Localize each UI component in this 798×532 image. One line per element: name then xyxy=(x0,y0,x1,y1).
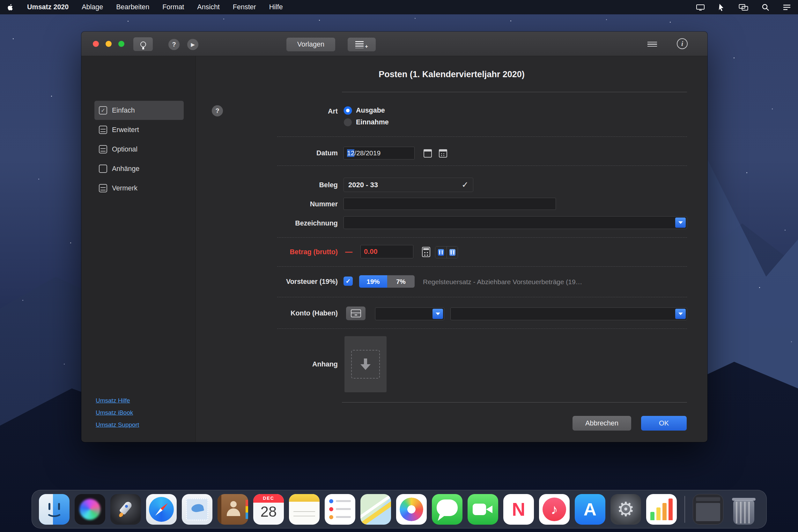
dock-photos-icon[interactable] xyxy=(396,494,427,525)
help-button[interactable]: ? xyxy=(168,39,179,50)
dropdown-button[interactable] xyxy=(433,309,443,319)
menu-item-ablage[interactable]: Ablage xyxy=(82,3,103,11)
account-number-combobox[interactable] xyxy=(375,307,444,320)
menu-item-bearbeiten[interactable]: Bearbeiten xyxy=(116,3,149,11)
attachment-dropzone[interactable] xyxy=(344,336,386,392)
konto-label: Konto (Haben) xyxy=(196,309,338,317)
sidebar-item-vermerk[interactable]: Vermerk xyxy=(94,178,184,198)
betrag-input[interactable]: 0.00 xyxy=(360,245,413,258)
templates-button[interactable]: Vorlagen xyxy=(286,38,335,51)
segment-income[interactable] xyxy=(446,247,458,258)
tax-rate-segment: 19% 7% xyxy=(359,275,415,288)
menu-app-name[interactable]: Umsatz 2020 xyxy=(27,3,69,11)
separator xyxy=(277,237,687,238)
link-umsatz-ibook[interactable]: Umsatz iBook xyxy=(96,409,139,416)
date-input[interactable]: 12 /28/2019 xyxy=(343,147,415,159)
dock-messages-icon[interactable] xyxy=(432,494,462,525)
minimize-button[interactable] xyxy=(106,41,112,47)
radio-label: Ausgabe xyxy=(356,107,385,114)
vorsteuer-checkbox[interactable]: ✓ xyxy=(343,277,353,286)
dock-contacts-icon[interactable] xyxy=(217,494,248,525)
dock-mail-icon[interactable] xyxy=(182,494,212,525)
separator xyxy=(277,266,687,267)
menu-item-fenster[interactable]: Fenster xyxy=(233,3,256,11)
info-button[interactable]: i xyxy=(677,38,688,49)
radio-selected-icon[interactable] xyxy=(343,106,352,115)
sidebar-item-label: Anhänge xyxy=(112,165,139,173)
dock-news-icon[interactable]: N xyxy=(503,494,534,525)
dock-window-thumbnail-icon[interactable] xyxy=(693,494,723,525)
menu-item-ansicht[interactable]: Ansicht xyxy=(197,3,220,11)
separator xyxy=(277,297,687,297)
search-icon[interactable] xyxy=(762,3,769,11)
date-selected-segment[interactable]: 12 xyxy=(347,149,354,157)
dock-music-icon[interactable]: ♪ xyxy=(539,494,570,525)
dock-reminders-icon[interactable] xyxy=(325,494,355,525)
account-picker-button[interactable] xyxy=(346,306,365,320)
segment-7-percent[interactable]: 7% xyxy=(387,275,415,288)
menu-item-hilfe[interactable]: Hilfe xyxy=(269,3,283,11)
dock-umsatz-chart-icon[interactable] xyxy=(646,494,677,525)
betrag-value: 0.00 xyxy=(364,247,378,256)
cancel-button[interactable]: Abbrechen xyxy=(572,416,631,431)
cursor-icon[interactable] xyxy=(718,3,725,11)
ok-button[interactable]: OK xyxy=(641,416,687,431)
templates-button-label: Vorlagen xyxy=(297,40,324,49)
beleg-value-box[interactable]: 2020 - 33 ✓ xyxy=(343,178,473,192)
nummer-input[interactable] xyxy=(343,198,556,210)
checkmark-icon[interactable]: ✓ xyxy=(461,180,469,190)
sidebar-toggle-icon[interactable] xyxy=(647,42,657,47)
app-window: ? ▶ Vorlagen + i ✓ Einfach Erweitert xyxy=(81,32,707,442)
calendar-picker-button[interactable] xyxy=(422,148,433,158)
blue-bars-alt-icon xyxy=(450,249,455,256)
detail-list-icon xyxy=(99,126,107,134)
notification-list-icon[interactable] xyxy=(783,4,791,11)
displays-icon[interactable] xyxy=(739,3,748,11)
radio-option-ausgabe[interactable]: Ausgabe xyxy=(343,106,389,115)
radio-option-einnahme[interactable]: Einnahme xyxy=(343,118,389,127)
sidebar-item-einfach[interactable]: ✓ Einfach xyxy=(94,101,184,120)
dock-maps-icon[interactable] xyxy=(360,494,391,525)
sidebar-item-optional[interactable]: Optional xyxy=(94,140,184,159)
dock-appstore-icon[interactable]: A xyxy=(575,494,605,525)
menu-item-format[interactable]: Format xyxy=(162,3,184,11)
dock-launchpad-icon[interactable] xyxy=(110,494,141,525)
bezeichnung-combobox[interactable] xyxy=(343,216,687,229)
tips-button[interactable] xyxy=(133,37,153,51)
play-button[interactable]: ▶ xyxy=(187,39,198,50)
dock-facetime-icon[interactable] xyxy=(468,494,498,525)
calculator-button[interactable] xyxy=(420,246,432,258)
dock-safari-icon[interactable] xyxy=(146,494,177,525)
separator xyxy=(277,136,687,137)
window-titlebar[interactable]: ? ▶ Vorlagen + i xyxy=(81,32,707,56)
link-umsatz-support[interactable]: Umsatz Support xyxy=(96,421,139,428)
dock-calendar-icon[interactable]: DEC 28 xyxy=(253,494,284,525)
note-icon xyxy=(99,184,107,192)
info-icon: i xyxy=(681,40,683,48)
beleg-label: Beleg xyxy=(196,181,338,189)
apple-menu-icon[interactable] xyxy=(7,3,14,12)
sidebar-item-anhaenge[interactable]: Anhänge xyxy=(94,159,184,178)
account-name-combobox[interactable] xyxy=(450,307,687,320)
anhang-label: Anhang xyxy=(196,360,338,368)
dock-separator xyxy=(684,496,685,523)
zoom-button[interactable] xyxy=(118,41,125,47)
radio-unselected-icon[interactable] xyxy=(343,118,352,127)
calendar-today-button[interactable] xyxy=(438,148,449,158)
dock-trash-icon[interactable] xyxy=(728,494,759,525)
dock-finder-icon[interactable] xyxy=(39,494,70,525)
dropdown-button[interactable] xyxy=(675,309,686,319)
sidebar-item-erweitert[interactable]: Erweitert xyxy=(94,120,184,139)
date-rest[interactable]: /28/2019 xyxy=(354,149,380,157)
bezeichnung-label: Bezeichnung xyxy=(196,220,338,227)
link-umsatz-hilfe[interactable]: Umsatz Hilfe xyxy=(96,397,139,404)
add-list-button[interactable]: + xyxy=(348,38,376,51)
display-mirroring-icon[interactable] xyxy=(696,3,705,11)
dropdown-button[interactable] xyxy=(675,217,686,228)
dock-siri-icon[interactable] xyxy=(75,494,105,525)
close-button[interactable] xyxy=(93,41,99,47)
segment-expense[interactable] xyxy=(435,247,446,258)
dock-system-preferences-icon[interactable]: ⚙ xyxy=(610,494,641,525)
segment-19-percent[interactable]: 19% xyxy=(359,275,387,288)
dock-notes-icon[interactable] xyxy=(289,494,320,525)
